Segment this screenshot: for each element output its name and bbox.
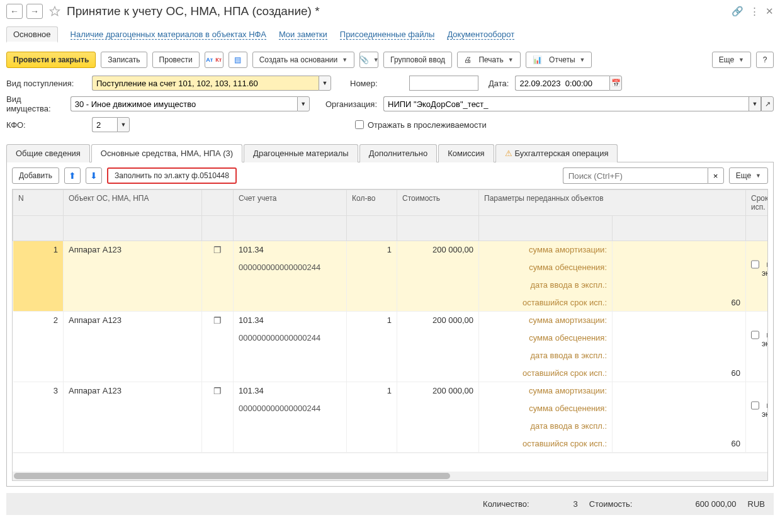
warning-icon: ⚠	[505, 149, 512, 158]
col-cost: Стоимость	[397, 190, 479, 216]
traceability-checkbox[interactable]	[355, 120, 364, 129]
reports-button[interactable]: 📊 Отчеты▼	[526, 52, 592, 68]
col-params: Параметры переданных объектов	[479, 190, 746, 216]
copy-icon: ❐	[213, 315, 222, 325]
table-row[interactable]: 2 Аппарат А123 ❐ 101.34 1 200 000,00 сум…	[13, 312, 769, 329]
chart-icon: 📊	[533, 55, 542, 64]
search-clear-button[interactable]: ×	[708, 167, 724, 184]
section-link-files[interactable]: Присоединенные файлы	[340, 30, 435, 40]
search-input[interactable]	[563, 167, 708, 184]
svg-marker-0	[50, 7, 60, 16]
print-button[interactable]: 🖨 Печать▼	[457, 52, 521, 68]
date-label: Дата:	[489, 79, 509, 88]
printer-icon: 🖨	[464, 55, 472, 64]
receipt-type-input[interactable]	[92, 76, 319, 91]
property-type-input[interactable]	[71, 96, 297, 111]
tab-precious[interactable]: Драгоценные материалы	[244, 144, 358, 162]
group-input-button[interactable]: Групповой ввод	[383, 52, 452, 68]
table-more-button[interactable]: Еще▼	[729, 167, 768, 184]
kfo-label: КФО:	[6, 120, 88, 130]
tab-commission[interactable]: Комиссия	[438, 144, 494, 162]
col-account: Счет учета	[234, 190, 347, 216]
tab-general[interactable]: Общие сведения	[6, 144, 90, 162]
copy-icon: ❐	[213, 245, 222, 255]
close-icon[interactable]: ✕	[766, 6, 774, 17]
move-up-button[interactable]: ⬆	[64, 167, 81, 184]
assets-table: N Объект ОС, НМА, НПА Счет учета Кол-во …	[13, 190, 768, 453]
col-number: N	[13, 190, 64, 216]
dropdown-icon[interactable]: ▼	[319, 76, 331, 91]
col-object: Объект ОС, НМА, НПА	[64, 190, 202, 216]
add-row-button[interactable]: Добавить	[12, 167, 59, 184]
summary-footer: Количество:3 Стоимость:600 000,00 RUB	[6, 493, 774, 515]
nav-forward-button[interactable]: →	[26, 4, 43, 19]
tab-additional[interactable]: Дополнительно	[359, 144, 438, 162]
copy-icon: ❐	[213, 386, 222, 396]
tab-fixed-assets[interactable]: Основные средства, НМА, НПА (3)	[91, 144, 242, 162]
date-input[interactable]	[515, 76, 609, 91]
open-icon[interactable]: ↗	[761, 96, 774, 111]
number-label: Номер:	[350, 79, 403, 88]
favorite-star-icon[interactable]	[49, 6, 60, 17]
more-button[interactable]: Еще▼	[712, 52, 751, 68]
section-link-workflow[interactable]: Документооборот	[447, 30, 514, 40]
move-down-button[interactable]: ⬇	[86, 167, 102, 184]
org-label: Организация:	[325, 99, 377, 109]
dropdown-icon[interactable]: ▼	[297, 96, 310, 111]
section-tab-main[interactable]: Основное	[6, 26, 58, 43]
col-term: Срок пол. исп.	[746, 190, 769, 216]
calendar-icon[interactable]: 📅	[609, 76, 622, 91]
help-button[interactable]: ?	[756, 52, 774, 68]
dropdown-icon[interactable]: ▼	[749, 96, 761, 111]
post-button[interactable]: Провести	[152, 52, 200, 68]
section-link-notes[interactable]: Мои заметки	[279, 30, 327, 40]
commission-checkbox[interactable]	[751, 331, 759, 339]
commission-checkbox[interactable]	[751, 260, 759, 269]
horizontal-scrollbar[interactable]	[13, 472, 767, 480]
nav-back-button[interactable]: ←	[6, 4, 23, 19]
list-icon-button[interactable]: ▤	[229, 52, 247, 68]
commission-checkbox[interactable]	[751, 401, 759, 410]
kebab-menu-icon[interactable]: ⋮	[750, 6, 759, 17]
link-icon[interactable]: 🔗	[732, 6, 743, 17]
fill-by-act-button[interactable]: Заполнить по эл.акту ф.0510448	[107, 167, 237, 184]
section-link-precious[interactable]: Наличие драгоценных материалов в объекта…	[71, 30, 266, 40]
kfo-input[interactable]	[92, 117, 117, 132]
col-qty: Кол-во	[347, 190, 397, 216]
create-based-on-button[interactable]: Создать на основании▼	[252, 52, 354, 68]
post-and-close-button[interactable]: Провести и закрыть	[6, 52, 96, 68]
number-input[interactable]	[409, 76, 478, 91]
tab-accounting[interactable]: ⚠Бухгалтерская операция	[495, 144, 618, 162]
receipt-type-label: Вид поступления:	[6, 79, 88, 88]
table-row[interactable]: 1 Аппарат А123 ❐ 101.34 1 200 000,00 сум…	[13, 241, 769, 259]
page-title: Принятие к учету ОС, НМА, НПА (создание)…	[67, 4, 728, 18]
org-input[interactable]	[383, 96, 749, 111]
attach-icon-button[interactable]: 📎▼	[359, 52, 378, 68]
save-button[interactable]: Записать	[101, 52, 147, 68]
table-row[interactable]: 3 Аппарат А123 ❐ 101.34 1 200 000,00 сум…	[13, 382, 769, 400]
dtkt-icon-button[interactable]: АтКт	[205, 52, 223, 68]
dropdown-icon[interactable]: ▼	[117, 117, 130, 132]
property-type-label: Вид имущества:	[6, 94, 67, 113]
traceability-label: Отражать в прослеживаемости	[368, 120, 487, 130]
